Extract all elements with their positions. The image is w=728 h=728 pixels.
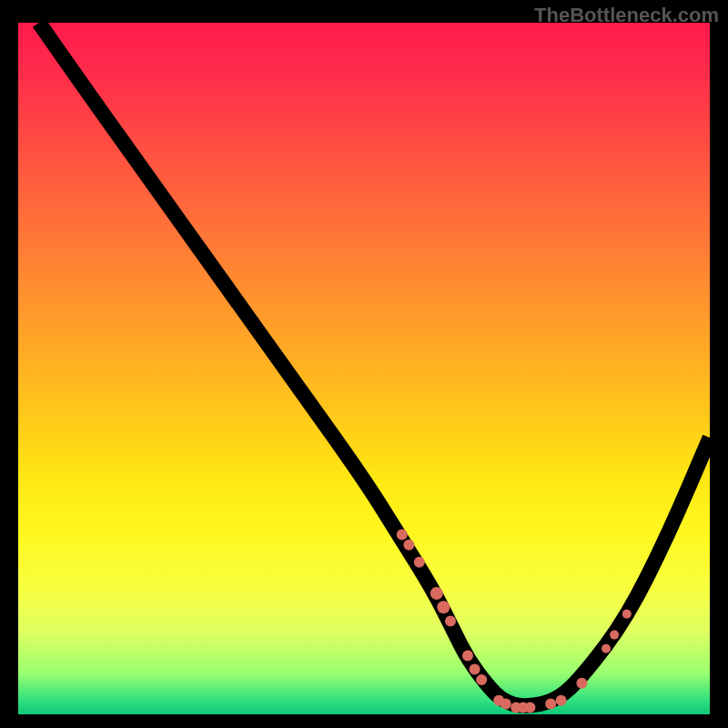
- curve-marker: [462, 650, 473, 661]
- curve-marker: [414, 557, 425, 568]
- curve-marker: [430, 587, 443, 600]
- curve-markers: [397, 529, 632, 713]
- bottleneck-curve: [39, 23, 710, 706]
- curve-marker: [576, 678, 587, 689]
- curve-marker: [397, 529, 408, 540]
- chart-svg: [18, 23, 710, 714]
- curve-marker: [437, 601, 450, 613]
- curve-marker: [622, 610, 632, 619]
- curve-marker: [403, 540, 414, 551]
- curve-marker: [602, 644, 611, 653]
- curve-marker: [445, 615, 456, 626]
- curve-marker: [470, 664, 480, 675]
- curve-marker: [500, 699, 511, 710]
- curve-marker: [556, 695, 567, 706]
- curve-marker: [610, 631, 619, 640]
- chart-plot-area: [18, 23, 710, 714]
- curve-marker: [476, 674, 487, 685]
- curve-marker: [545, 699, 556, 710]
- curve-marker: [524, 702, 535, 713]
- watermark-text: TheBottleneck.com: [534, 4, 719, 27]
